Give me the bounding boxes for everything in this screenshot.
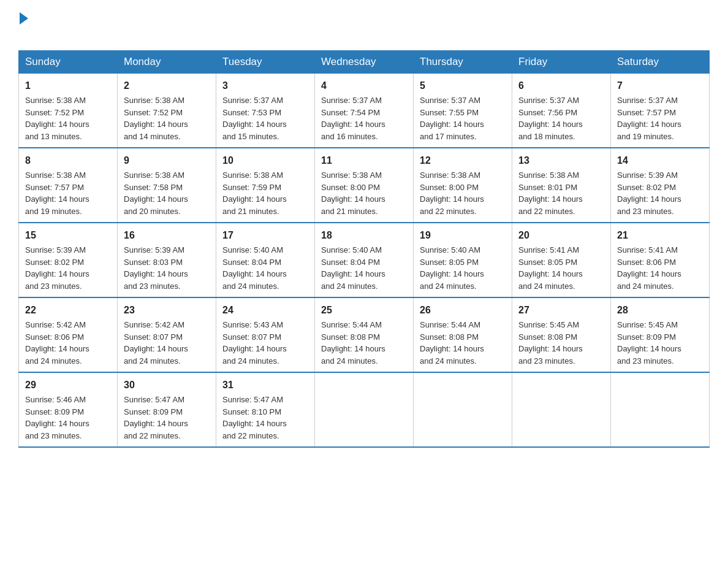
calendar-cell: 17Sunrise: 5:40 AMSunset: 8:04 PMDayligh… — [216, 223, 315, 297]
day-info: Sunrise: 5:41 AMSunset: 8:05 PMDaylight:… — [518, 244, 604, 292]
day-info: Sunrise: 5:40 AMSunset: 8:04 PMDaylight:… — [222, 244, 308, 292]
calendar-cell: 18Sunrise: 5:40 AMSunset: 8:04 PMDayligh… — [315, 223, 414, 297]
day-number: 9 — [124, 153, 210, 168]
calendar-cell: 9Sunrise: 5:38 AMSunset: 7:58 PMDaylight… — [118, 148, 216, 223]
day-number: 12 — [420, 153, 506, 168]
calendar-cell: 29Sunrise: 5:46 AMSunset: 8:09 PMDayligh… — [19, 372, 118, 447]
calendar-week-row: 1Sunrise: 5:38 AMSunset: 7:52 PMDaylight… — [19, 74, 710, 148]
calendar-cell: 7Sunrise: 5:37 AMSunset: 7:57 PMDaylight… — [611, 74, 710, 148]
day-info: Sunrise: 5:38 AMSunset: 8:01 PMDaylight:… — [518, 169, 604, 217]
logo-arrow-icon — [20, 12, 28, 25]
day-info: Sunrise: 5:38 AMSunset: 7:59 PMDaylight:… — [222, 169, 308, 217]
day-info: Sunrise: 5:37 AMSunset: 7:54 PMDaylight:… — [321, 94, 407, 142]
day-number: 27 — [518, 303, 604, 318]
weekday-header-monday: Monday — [118, 51, 216, 74]
day-number: 22 — [25, 303, 111, 318]
day-info: Sunrise: 5:40 AMSunset: 8:04 PMDaylight:… — [321, 244, 407, 292]
day-number: 18 — [321, 228, 407, 243]
calendar-cell — [611, 372, 710, 447]
calendar-cell: 22Sunrise: 5:42 AMSunset: 8:06 PMDayligh… — [19, 297, 118, 372]
weekday-header-saturday: Saturday — [611, 51, 710, 74]
day-number: 13 — [518, 153, 604, 168]
day-info: Sunrise: 5:46 AMSunset: 8:09 PMDaylight:… — [25, 394, 111, 442]
day-number: 29 — [25, 378, 111, 393]
day-info: Sunrise: 5:38 AMSunset: 8:00 PMDaylight:… — [321, 169, 407, 217]
calendar-cell — [315, 372, 414, 447]
logo — [18, 12, 29, 44]
day-number: 17 — [222, 228, 308, 243]
calendar-cell: 1Sunrise: 5:38 AMSunset: 7:52 PMDaylight… — [19, 74, 118, 148]
day-number: 7 — [617, 79, 703, 93]
calendar-cell — [512, 372, 611, 447]
weekday-header-wednesday: Wednesday — [315, 51, 414, 74]
calendar-cell: 10Sunrise: 5:38 AMSunset: 7:59 PMDayligh… — [216, 148, 315, 223]
calendar-cell: 12Sunrise: 5:38 AMSunset: 8:00 PMDayligh… — [414, 148, 512, 223]
calendar-cell: 28Sunrise: 5:45 AMSunset: 8:09 PMDayligh… — [611, 297, 710, 372]
weekday-header-friday: Friday — [512, 51, 611, 74]
calendar-cell: 5Sunrise: 5:37 AMSunset: 7:55 PMDaylight… — [414, 74, 512, 148]
day-info: Sunrise: 5:44 AMSunset: 8:08 PMDaylight:… — [420, 319, 506, 367]
calendar-week-row: 8Sunrise: 5:38 AMSunset: 7:57 PMDaylight… — [19, 148, 710, 223]
weekday-header-tuesday: Tuesday — [216, 51, 315, 74]
day-info: Sunrise: 5:47 AMSunset: 8:10 PMDaylight:… — [222, 394, 308, 442]
day-info: Sunrise: 5:38 AMSunset: 7:57 PMDaylight:… — [25, 169, 111, 217]
day-info: Sunrise: 5:37 AMSunset: 7:55 PMDaylight:… — [420, 94, 506, 142]
calendar-cell: 27Sunrise: 5:45 AMSunset: 8:08 PMDayligh… — [512, 297, 611, 372]
weekday-header-sunday: Sunday — [19, 51, 118, 74]
day-number: 19 — [420, 228, 506, 243]
day-info: Sunrise: 5:41 AMSunset: 8:06 PMDaylight:… — [617, 244, 703, 292]
day-number: 4 — [321, 79, 407, 93]
day-number: 11 — [321, 153, 407, 168]
calendar-cell: 3Sunrise: 5:37 AMSunset: 7:53 PMDaylight… — [216, 74, 315, 148]
day-info: Sunrise: 5:45 AMSunset: 8:08 PMDaylight:… — [518, 319, 604, 367]
day-number: 8 — [25, 153, 111, 168]
day-info: Sunrise: 5:42 AMSunset: 8:06 PMDaylight:… — [25, 319, 111, 367]
calendar-cell: 15Sunrise: 5:39 AMSunset: 8:02 PMDayligh… — [19, 223, 118, 297]
day-number: 6 — [518, 79, 604, 93]
day-number: 21 — [617, 228, 703, 243]
day-number: 23 — [124, 303, 210, 318]
day-info: Sunrise: 5:45 AMSunset: 8:09 PMDaylight:… — [617, 319, 703, 367]
day-info: Sunrise: 5:47 AMSunset: 8:09 PMDaylight:… — [124, 394, 210, 442]
calendar-cell — [414, 372, 512, 447]
day-number: 1 — [25, 79, 111, 93]
day-number: 3 — [222, 79, 308, 93]
calendar-cell: 2Sunrise: 5:38 AMSunset: 7:52 PMDaylight… — [118, 74, 216, 148]
calendar-week-row: 22Sunrise: 5:42 AMSunset: 8:06 PMDayligh… — [19, 297, 710, 372]
day-number: 24 — [222, 303, 308, 318]
day-info: Sunrise: 5:38 AMSunset: 7:52 PMDaylight:… — [124, 94, 210, 142]
calendar-cell: 4Sunrise: 5:37 AMSunset: 7:54 PMDaylight… — [315, 74, 414, 148]
calendar-cell: 25Sunrise: 5:44 AMSunset: 8:08 PMDayligh… — [315, 297, 414, 372]
day-info: Sunrise: 5:38 AMSunset: 7:58 PMDaylight:… — [124, 169, 210, 217]
day-number: 5 — [420, 79, 506, 93]
day-number: 10 — [222, 153, 308, 168]
calendar-cell: 26Sunrise: 5:44 AMSunset: 8:08 PMDayligh… — [414, 297, 512, 372]
calendar-header-row: SundayMondayTuesdayWednesdayThursdayFrid… — [19, 51, 710, 74]
day-number: 28 — [617, 303, 703, 318]
day-number: 26 — [420, 303, 506, 318]
calendar-cell: 19Sunrise: 5:40 AMSunset: 8:05 PMDayligh… — [414, 223, 512, 297]
day-number: 30 — [124, 378, 210, 393]
day-number: 20 — [518, 228, 604, 243]
day-info: Sunrise: 5:38 AMSunset: 7:52 PMDaylight:… — [25, 94, 111, 142]
day-info: Sunrise: 5:37 AMSunset: 7:56 PMDaylight:… — [518, 94, 604, 142]
calendar-week-row: 29Sunrise: 5:46 AMSunset: 8:09 PMDayligh… — [19, 372, 710, 447]
day-info: Sunrise: 5:39 AMSunset: 8:03 PMDaylight:… — [124, 244, 210, 292]
day-info: Sunrise: 5:42 AMSunset: 8:07 PMDaylight:… — [124, 319, 210, 367]
calendar-cell: 16Sunrise: 5:39 AMSunset: 8:03 PMDayligh… — [118, 223, 216, 297]
day-number: 25 — [321, 303, 407, 318]
calendar-cell: 31Sunrise: 5:47 AMSunset: 8:10 PMDayligh… — [216, 372, 315, 447]
calendar-cell: 11Sunrise: 5:38 AMSunset: 8:00 PMDayligh… — [315, 148, 414, 223]
calendar-cell: 14Sunrise: 5:39 AMSunset: 8:02 PMDayligh… — [611, 148, 710, 223]
calendar-cell: 8Sunrise: 5:38 AMSunset: 7:57 PMDaylight… — [19, 148, 118, 223]
weekday-header-thursday: Thursday — [414, 51, 512, 74]
day-info: Sunrise: 5:37 AMSunset: 7:57 PMDaylight:… — [617, 94, 703, 142]
day-number: 16 — [124, 228, 210, 243]
calendar-cell: 13Sunrise: 5:38 AMSunset: 8:01 PMDayligh… — [512, 148, 611, 223]
calendar-cell: 23Sunrise: 5:42 AMSunset: 8:07 PMDayligh… — [118, 297, 216, 372]
day-number: 14 — [617, 153, 703, 168]
day-info: Sunrise: 5:44 AMSunset: 8:08 PMDaylight:… — [321, 319, 407, 367]
day-info: Sunrise: 5:43 AMSunset: 8:07 PMDaylight:… — [222, 319, 308, 367]
day-info: Sunrise: 5:40 AMSunset: 8:05 PMDaylight:… — [420, 244, 506, 292]
calendar-cell: 24Sunrise: 5:43 AMSunset: 8:07 PMDayligh… — [216, 297, 315, 372]
